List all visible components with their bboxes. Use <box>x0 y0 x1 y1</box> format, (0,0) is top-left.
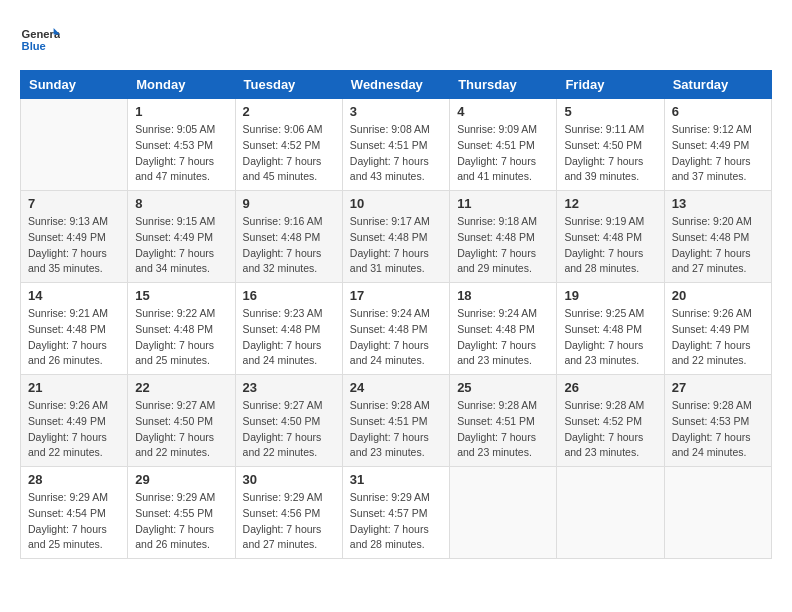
day-number: 13 <box>672 196 764 211</box>
calendar-cell: 24Sunrise: 9:28 AM Sunset: 4:51 PM Dayli… <box>342 375 449 467</box>
day-info: Sunrise: 9:22 AM Sunset: 4:48 PM Dayligh… <box>135 306 227 369</box>
day-header-friday: Friday <box>557 71 664 99</box>
day-info: Sunrise: 9:28 AM Sunset: 4:52 PM Dayligh… <box>564 398 656 461</box>
calendar-cell: 29Sunrise: 9:29 AM Sunset: 4:55 PM Dayli… <box>128 467 235 559</box>
day-number: 31 <box>350 472 442 487</box>
day-number: 22 <box>135 380 227 395</box>
day-info: Sunrise: 9:29 AM Sunset: 4:54 PM Dayligh… <box>28 490 120 553</box>
day-info: Sunrise: 9:26 AM Sunset: 4:49 PM Dayligh… <box>28 398 120 461</box>
day-info: Sunrise: 9:29 AM Sunset: 4:57 PM Dayligh… <box>350 490 442 553</box>
day-number: 28 <box>28 472 120 487</box>
calendar-cell: 10Sunrise: 9:17 AM Sunset: 4:48 PM Dayli… <box>342 191 449 283</box>
day-number: 4 <box>457 104 549 119</box>
day-number: 27 <box>672 380 764 395</box>
day-header-monday: Monday <box>128 71 235 99</box>
day-info: Sunrise: 9:08 AM Sunset: 4:51 PM Dayligh… <box>350 122 442 185</box>
day-info: Sunrise: 9:24 AM Sunset: 4:48 PM Dayligh… <box>457 306 549 369</box>
day-info: Sunrise: 9:27 AM Sunset: 4:50 PM Dayligh… <box>243 398 335 461</box>
calendar-cell: 9Sunrise: 9:16 AM Sunset: 4:48 PM Daylig… <box>235 191 342 283</box>
calendar-cell: 14Sunrise: 9:21 AM Sunset: 4:48 PM Dayli… <box>21 283 128 375</box>
calendar-cell: 12Sunrise: 9:19 AM Sunset: 4:48 PM Dayli… <box>557 191 664 283</box>
calendar-cell: 8Sunrise: 9:15 AM Sunset: 4:49 PM Daylig… <box>128 191 235 283</box>
day-number: 16 <box>243 288 335 303</box>
day-info: Sunrise: 9:18 AM Sunset: 4:48 PM Dayligh… <box>457 214 549 277</box>
calendar-cell: 7Sunrise: 9:13 AM Sunset: 4:49 PM Daylig… <box>21 191 128 283</box>
calendar-cell <box>450 467 557 559</box>
calendar-cell: 1Sunrise: 9:05 AM Sunset: 4:53 PM Daylig… <box>128 99 235 191</box>
logo: General Blue <box>20 20 60 60</box>
day-number: 1 <box>135 104 227 119</box>
day-number: 12 <box>564 196 656 211</box>
day-number: 23 <box>243 380 335 395</box>
calendar-cell: 3Sunrise: 9:08 AM Sunset: 4:51 PM Daylig… <box>342 99 449 191</box>
day-number: 18 <box>457 288 549 303</box>
day-info: Sunrise: 9:20 AM Sunset: 4:48 PM Dayligh… <box>672 214 764 277</box>
day-number: 9 <box>243 196 335 211</box>
calendar-cell <box>21 99 128 191</box>
calendar-cell: 30Sunrise: 9:29 AM Sunset: 4:56 PM Dayli… <box>235 467 342 559</box>
day-info: Sunrise: 9:24 AM Sunset: 4:48 PM Dayligh… <box>350 306 442 369</box>
day-header-wednesday: Wednesday <box>342 71 449 99</box>
page-header: General Blue <box>20 20 772 60</box>
calendar-cell: 11Sunrise: 9:18 AM Sunset: 4:48 PM Dayli… <box>450 191 557 283</box>
day-number: 19 <box>564 288 656 303</box>
day-header-tuesday: Tuesday <box>235 71 342 99</box>
day-info: Sunrise: 9:29 AM Sunset: 4:56 PM Dayligh… <box>243 490 335 553</box>
day-info: Sunrise: 9:13 AM Sunset: 4:49 PM Dayligh… <box>28 214 120 277</box>
calendar-cell: 6Sunrise: 9:12 AM Sunset: 4:49 PM Daylig… <box>664 99 771 191</box>
day-number: 8 <box>135 196 227 211</box>
week-row-3: 14Sunrise: 9:21 AM Sunset: 4:48 PM Dayli… <box>21 283 772 375</box>
calendar-header-row: SundayMondayTuesdayWednesdayThursdayFrid… <box>21 71 772 99</box>
day-info: Sunrise: 9:11 AM Sunset: 4:50 PM Dayligh… <box>564 122 656 185</box>
calendar-cell: 20Sunrise: 9:26 AM Sunset: 4:49 PM Dayli… <box>664 283 771 375</box>
day-info: Sunrise: 9:15 AM Sunset: 4:49 PM Dayligh… <box>135 214 227 277</box>
day-number: 15 <box>135 288 227 303</box>
day-info: Sunrise: 9:28 AM Sunset: 4:51 PM Dayligh… <box>457 398 549 461</box>
day-info: Sunrise: 9:06 AM Sunset: 4:52 PM Dayligh… <box>243 122 335 185</box>
day-number: 6 <box>672 104 764 119</box>
calendar-cell: 25Sunrise: 9:28 AM Sunset: 4:51 PM Dayli… <box>450 375 557 467</box>
day-number: 3 <box>350 104 442 119</box>
day-number: 10 <box>350 196 442 211</box>
day-info: Sunrise: 9:26 AM Sunset: 4:49 PM Dayligh… <box>672 306 764 369</box>
calendar-cell: 19Sunrise: 9:25 AM Sunset: 4:48 PM Dayli… <box>557 283 664 375</box>
day-header-sunday: Sunday <box>21 71 128 99</box>
week-row-5: 28Sunrise: 9:29 AM Sunset: 4:54 PM Dayli… <box>21 467 772 559</box>
calendar-cell: 5Sunrise: 9:11 AM Sunset: 4:50 PM Daylig… <box>557 99 664 191</box>
day-number: 2 <box>243 104 335 119</box>
calendar-cell <box>557 467 664 559</box>
calendar-cell: 28Sunrise: 9:29 AM Sunset: 4:54 PM Dayli… <box>21 467 128 559</box>
calendar-cell <box>664 467 771 559</box>
day-number: 17 <box>350 288 442 303</box>
day-number: 24 <box>350 380 442 395</box>
svg-text:Blue: Blue <box>22 40 46 52</box>
calendar-cell: 26Sunrise: 9:28 AM Sunset: 4:52 PM Dayli… <box>557 375 664 467</box>
day-info: Sunrise: 9:21 AM Sunset: 4:48 PM Dayligh… <box>28 306 120 369</box>
day-number: 25 <box>457 380 549 395</box>
calendar-cell: 21Sunrise: 9:26 AM Sunset: 4:49 PM Dayli… <box>21 375 128 467</box>
day-header-saturday: Saturday <box>664 71 771 99</box>
day-info: Sunrise: 9:16 AM Sunset: 4:48 PM Dayligh… <box>243 214 335 277</box>
day-info: Sunrise: 9:28 AM Sunset: 4:53 PM Dayligh… <box>672 398 764 461</box>
calendar-cell: 4Sunrise: 9:09 AM Sunset: 4:51 PM Daylig… <box>450 99 557 191</box>
calendar-cell: 23Sunrise: 9:27 AM Sunset: 4:50 PM Dayli… <box>235 375 342 467</box>
day-info: Sunrise: 9:25 AM Sunset: 4:48 PM Dayligh… <box>564 306 656 369</box>
day-number: 14 <box>28 288 120 303</box>
day-number: 21 <box>28 380 120 395</box>
day-number: 7 <box>28 196 120 211</box>
calendar-cell: 27Sunrise: 9:28 AM Sunset: 4:53 PM Dayli… <box>664 375 771 467</box>
day-info: Sunrise: 9:05 AM Sunset: 4:53 PM Dayligh… <box>135 122 227 185</box>
day-number: 11 <box>457 196 549 211</box>
day-info: Sunrise: 9:27 AM Sunset: 4:50 PM Dayligh… <box>135 398 227 461</box>
day-number: 5 <box>564 104 656 119</box>
day-info: Sunrise: 9:17 AM Sunset: 4:48 PM Dayligh… <box>350 214 442 277</box>
week-row-1: 1Sunrise: 9:05 AM Sunset: 4:53 PM Daylig… <box>21 99 772 191</box>
day-number: 30 <box>243 472 335 487</box>
calendar-cell: 16Sunrise: 9:23 AM Sunset: 4:48 PM Dayli… <box>235 283 342 375</box>
day-info: Sunrise: 9:12 AM Sunset: 4:49 PM Dayligh… <box>672 122 764 185</box>
calendar-cell: 31Sunrise: 9:29 AM Sunset: 4:57 PM Dayli… <box>342 467 449 559</box>
day-number: 26 <box>564 380 656 395</box>
calendar-cell: 22Sunrise: 9:27 AM Sunset: 4:50 PM Dayli… <box>128 375 235 467</box>
day-number: 29 <box>135 472 227 487</box>
day-info: Sunrise: 9:23 AM Sunset: 4:48 PM Dayligh… <box>243 306 335 369</box>
